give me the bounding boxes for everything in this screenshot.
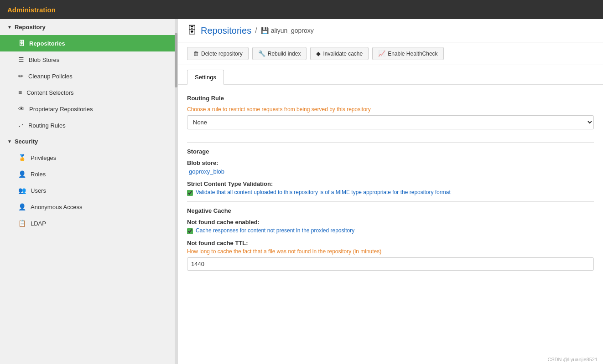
sidebar-section-security[interactable]: ▼ Security [0,133,177,149]
sidebar-item-label-content-selectors: Content Selectors [26,89,73,96]
header-title: Administration [7,6,56,14]
negative-cache-section: Negative Cache Not found cache enabled: … [187,207,594,278]
delete-icon: 🗑 [193,50,199,57]
sidebar-item-users[interactable]: 👥 Users [0,182,177,199]
watermark: CSDN @liyuanjie8521 [178,355,603,364]
main-layout: ▼ Repository 🗄 Repositories ☰ Blob Store… [0,19,603,364]
blob-stores-icon: ☰ [18,56,24,63]
content-header: 🗄 Repositories / 💾 aliyun_goproxy [178,19,603,42]
admin-header: Administration [0,0,603,19]
routing-icon: ⇌ [18,122,24,129]
sub-repo-label: aliyun_goproxy [271,27,314,34]
sidebar-scrollbar-thumb[interactable] [175,33,177,87]
sidebar-item-label-blob-stores: Blob Stores [29,56,59,63]
repositories-icon: 🗄 [18,40,25,47]
breadcrumb-separator: / [255,26,257,35]
sidebar-item-label-ldap: LDAP [31,220,46,227]
not-found-cache-checkbox-row: Cache responses for content not present … [187,227,594,234]
sidebar-item-label-privileges: Privileges [31,154,56,161]
tab-settings[interactable]: Settings [187,70,224,85]
routing-rule-hint: Choose a rule to restrict some requests … [187,106,594,113]
form-content: Routing Rule Choose a rule to restrict s… [178,85,603,355]
ldap-icon: 📋 [18,220,26,227]
not-found-cache-checkbox[interactable] [187,228,193,234]
security-arrow-icon: ▼ [7,139,12,144]
sidebar-item-routing-rules[interactable]: ⇌ Routing Rules [0,117,177,133]
routing-rule-select[interactable]: None [187,115,594,129]
repository-arrow-icon: ▼ [7,25,12,30]
sidebar-item-anonymous-access[interactable]: 👤 Anonymous Access [0,199,177,215]
sidebar-item-label-cleanup: Cleanup Policies [28,73,73,80]
sidebar-item-repositories[interactable]: 🗄 Repositories [0,35,177,51]
not-found-cache-checkbox-label: Cache responses for content not present … [196,227,354,234]
sidebar-section-repository[interactable]: ▼ Repository [0,19,177,35]
sidebar-item-label-roles: Roles [31,171,46,178]
strict-content-checkbox-label: Validate that all content uploaded to th… [196,189,451,195]
delete-repository-button[interactable]: 🗑 Delete repository [187,47,249,60]
proprietary-icon: 👁 [18,105,25,113]
sidebar-item-label-routing: Routing Rules [28,122,66,129]
sub-repo-icon: 💾 [261,27,269,34]
blob-store-value: goproxy_blob [187,168,594,175]
page-title: Repositories [201,26,251,36]
tab-settings-label: Settings [195,74,216,81]
neg-cache-section-title: Negative Cache [187,207,594,214]
sidebar-item-label-proprietary: Proprietary Repositories [29,106,93,113]
healthcheck-button-label: Enable HealthCheck [388,51,437,57]
rebuild-icon: 🔧 [258,50,265,57]
rebuild-index-button[interactable]: 🔧 Rebuild index [252,47,307,60]
sidebar-item-blob-stores[interactable]: ☰ Blob Stores [0,51,177,68]
roles-icon: 👤 [18,170,26,178]
enable-healthcheck-button[interactable]: 📈 Enable HealthCheck [372,47,443,60]
storage-section: Storage Blob store: goproxy_blob Strict … [187,148,594,196]
delete-button-label: Delete repository [201,51,243,57]
cleanup-icon: ✏ [18,72,24,80]
sidebar-scrollbar[interactable] [175,19,177,364]
sidebar: ▼ Repository 🗄 Repositories ☰ Blob Store… [0,19,178,364]
breadcrumb-sub: 💾 aliyun_goproxy [261,27,314,34]
sidebar-item-privileges[interactable]: 🏅 Privileges [0,149,177,166]
sidebar-item-roles[interactable]: 👤 Roles [0,166,177,182]
routing-rule-section-title: Routing Rule [187,95,594,102]
sidebar-item-cleanup-policies[interactable]: ✏ Cleanup Policies [0,68,177,84]
invalidate-icon: ◆ [316,50,321,57]
invalidate-cache-button[interactable]: ◆ Invalidate cache [310,47,369,60]
section-divider-storage [187,142,594,143]
blob-store-label: Blob store: [187,159,594,166]
sidebar-item-proprietary-repositories[interactable]: 👁 Proprietary Repositories [0,101,177,117]
strict-content-label: Strict Content Type Validation: [187,180,594,187]
sidebar-item-label-anonymous: Anonymous Access [31,204,82,210]
users-icon: 👥 [18,187,26,194]
section-divider-neg-cache [187,201,594,202]
storage-section-title: Storage [187,148,594,155]
privileges-icon: 🏅 [18,154,26,161]
sidebar-item-label-users: Users [31,187,46,194]
sidebar-section-security-label: Security [15,138,38,145]
sidebar-section-label: Repository [15,24,46,31]
healthcheck-icon: 📈 [378,50,385,57]
not-found-ttl-label: Not found cache TTL: [187,240,594,246]
not-found-ttl-input[interactable] [187,257,594,271]
repositories-breadcrumb-icon: 🗄 [187,25,197,36]
strict-content-checkbox-row: Validate that all content uploaded to th… [187,189,594,196]
not-found-ttl-hint: How long to cache the fact that a file w… [187,248,594,255]
strict-content-checkbox[interactable] [187,190,193,196]
toolbar: 🗑 Delete repository 🔧 Rebuild index ◆ In… [178,42,603,65]
anonymous-icon: 👤 [18,203,26,210]
sidebar-item-content-selectors[interactable]: ≡ Content Selectors [0,84,177,101]
sidebar-item-label-repositories: Repositories [29,40,65,47]
invalidate-button-label: Invalidate cache [323,51,363,57]
not-found-cache-label: Not found cache enabled: [187,219,594,226]
content-selectors-icon: ≡ [18,89,22,96]
sidebar-item-ldap[interactable]: 📋 LDAP [0,215,177,231]
rebuild-button-label: Rebuild index [268,51,301,57]
settings-tab-bar: Settings [178,65,603,85]
content-area: 🗄 Repositories / 💾 aliyun_goproxy 🗑 Dele… [178,19,603,364]
